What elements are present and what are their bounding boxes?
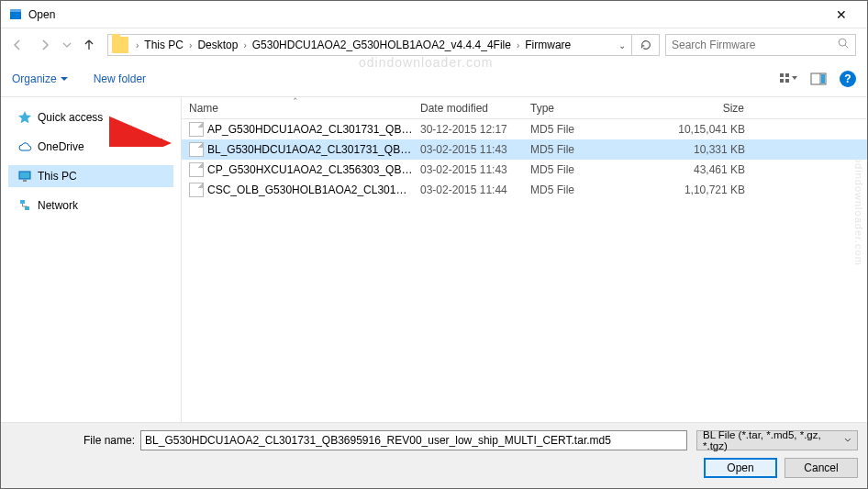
titlebar: Open ✕ xyxy=(1,1,867,28)
svg-rect-6 xyxy=(780,79,784,83)
breadcrumb-item[interactable]: This PC xyxy=(140,39,187,51)
filter-label: BL File (*.tar, *.md5, *.gz, *.tgz) xyxy=(703,429,844,451)
chevron-right-icon[interactable]: › xyxy=(134,40,140,50)
column-header-size[interactable]: Size xyxy=(661,102,752,115)
file-type: MD5 File xyxy=(523,163,661,176)
new-folder-button[interactable]: New folder xyxy=(94,72,146,85)
file-name: BL_G530HDCU1AOA2_CL301731_QB3695... xyxy=(207,143,413,156)
preview-pane-button[interactable] xyxy=(808,70,830,88)
svg-rect-12 xyxy=(23,180,27,182)
svg-rect-0 xyxy=(10,11,21,19)
forward-button[interactable] xyxy=(32,32,58,58)
breadcrumb-item[interactable]: Desktop xyxy=(194,39,241,51)
file-date: 30-12-2015 12:17 xyxy=(413,123,523,136)
bottom-panel: File name: BL File (*.tar, *.md5, *.gz, … xyxy=(1,422,867,488)
search-input[interactable] xyxy=(672,39,837,51)
file-size: 10,15,041 KB xyxy=(661,123,752,136)
breadcrumb-item[interactable]: G530HDCU1AOA2_G530HOLB1AOA2_v4.4.4_4File xyxy=(249,39,515,51)
cancel-button[interactable]: Cancel xyxy=(785,458,858,478)
file-row[interactable]: CSC_OLB_G530HOLB1AOA2_CL301731_Q...03-02… xyxy=(182,180,867,200)
file-date: 03-02-2015 11:44 xyxy=(413,183,523,196)
file-size: 1,10,721 KB xyxy=(661,183,752,196)
search-icon[interactable] xyxy=(837,37,850,53)
file-icon xyxy=(189,183,204,197)
sidebar-item-this-pc[interactable]: This PC xyxy=(8,165,173,187)
svg-line-3 xyxy=(845,45,848,48)
address-bar[interactable]: › This PC › Desktop › G530HDCU1AOA2_G530… xyxy=(107,34,660,56)
svg-rect-11 xyxy=(19,172,30,179)
view-options-button[interactable] xyxy=(777,70,799,88)
open-button[interactable]: Open xyxy=(704,458,777,478)
chevron-right-icon[interactable]: › xyxy=(515,40,521,50)
svg-rect-5 xyxy=(785,73,789,77)
svg-rect-10 xyxy=(821,74,825,83)
cloud-icon xyxy=(17,139,32,154)
file-size: 10,331 KB xyxy=(661,143,752,156)
file-icon xyxy=(189,162,204,177)
svg-rect-1 xyxy=(10,9,21,12)
help-button[interactable]: ? xyxy=(840,71,856,87)
sort-indicator-icon: ⌃ xyxy=(292,97,299,106)
star-icon xyxy=(17,110,32,125)
svg-rect-14 xyxy=(25,206,29,210)
file-date: 03-02-2015 11:43 xyxy=(413,163,523,176)
filename-label: File name: xyxy=(83,434,135,447)
network-icon xyxy=(17,198,32,213)
toolbar: Organize New folder ? xyxy=(1,61,867,96)
file-name: CP_G530HXCU1AOA2_CL356303_QB3691... xyxy=(207,163,413,176)
file-icon xyxy=(189,122,204,137)
file-date: 03-02-2015 11:43 xyxy=(413,143,523,156)
organize-label: Organize xyxy=(12,72,57,85)
svg-rect-7 xyxy=(785,79,789,83)
navbar: › This PC › Desktop › G530HDCU1AOA2_G530… xyxy=(1,28,867,61)
address-dropdown[interactable]: ⌄ xyxy=(613,40,631,50)
file-type: MD5 File xyxy=(523,183,661,196)
recent-dropdown[interactable] xyxy=(60,32,74,58)
file-type: MD5 File xyxy=(523,143,661,156)
column-header-date[interactable]: Date modified xyxy=(413,102,523,115)
file-icon xyxy=(189,142,204,157)
refresh-button[interactable] xyxy=(631,34,659,56)
app-icon xyxy=(8,7,23,22)
window-title: Open xyxy=(28,8,823,21)
back-button[interactable] xyxy=(5,32,30,58)
svg-point-2 xyxy=(839,39,846,46)
sidebar-item-label: Network xyxy=(38,199,78,212)
folder-icon xyxy=(112,37,128,53)
close-button[interactable]: ✕ xyxy=(823,7,860,22)
breadcrumb-item[interactable]: Firmware xyxy=(521,39,574,51)
sidebar-item-label: OneDrive xyxy=(38,140,84,153)
chevron-right-icon[interactable]: › xyxy=(241,40,248,50)
chevron-right-icon[interactable]: › xyxy=(187,40,194,50)
organize-menu[interactable]: Organize xyxy=(12,72,68,85)
sidebar-item-label: Quick access xyxy=(38,111,103,124)
file-size: 43,461 KB xyxy=(661,163,752,176)
chevron-down-icon xyxy=(844,437,851,444)
monitor-icon xyxy=(17,169,32,183)
svg-rect-13 xyxy=(20,200,25,204)
column-header-type[interactable]: Type xyxy=(523,102,661,115)
file-row[interactable]: BL_G530HDCU1AOA2_CL301731_QB3695...03-02… xyxy=(182,139,867,160)
svg-rect-4 xyxy=(780,73,784,77)
annotation-arrow-icon xyxy=(109,110,173,147)
file-name: AP_G530HDCU1AOA2_CL301731_QB3695... xyxy=(207,123,413,136)
column-headers: ⌃ Name Date modified Type Size xyxy=(182,97,867,119)
file-list: ⌃ Name Date modified Type Size AP_G530HD… xyxy=(181,97,867,422)
sidebar-item-network[interactable]: Network xyxy=(8,194,173,217)
file-row[interactable]: CP_G530HXCU1AOA2_CL356303_QB3691...03-02… xyxy=(182,160,867,180)
filename-input[interactable] xyxy=(140,430,687,450)
up-button[interactable] xyxy=(76,32,102,58)
file-row[interactable]: AP_G530HDCU1AOA2_CL301731_QB3695...30-12… xyxy=(182,119,867,139)
search-box[interactable] xyxy=(665,34,856,56)
file-type: MD5 File xyxy=(523,123,661,136)
file-type-filter[interactable]: BL File (*.tar, *.md5, *.gz, *.tgz) xyxy=(696,430,858,450)
file-name: CSC_OLB_G530HOLB1AOA2_CL301731_Q... xyxy=(207,183,413,196)
sidebar-item-label: This PC xyxy=(38,170,77,183)
